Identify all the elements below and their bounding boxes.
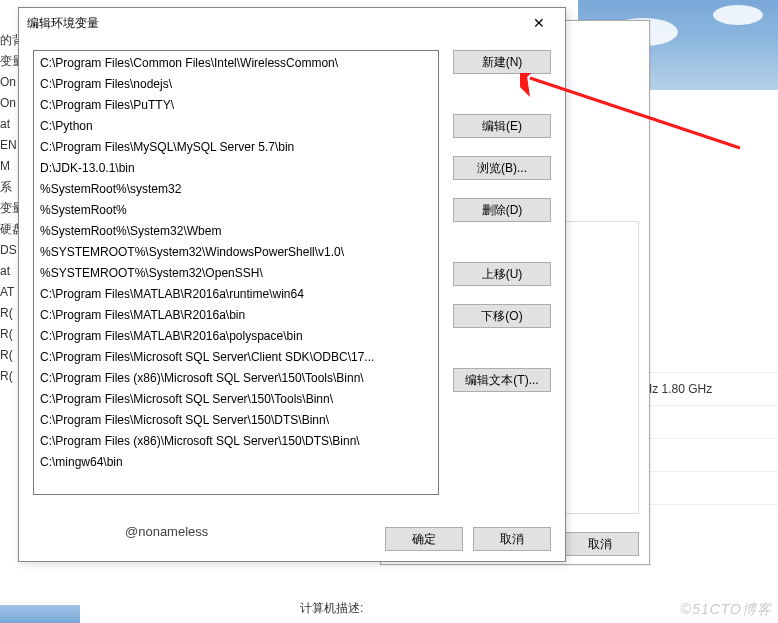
dialog-titlebar: 编辑环境变量 ✕: [19, 8, 565, 38]
path-item[interactable]: C:\Program Files\MATLAB\R2016a\polyspace…: [34, 326, 438, 347]
path-item[interactable]: C:\Program Files (x86)\Microsoft SQL Ser…: [34, 368, 438, 389]
path-item[interactable]: C:\Program Files\Microsoft SQL Server\15…: [34, 410, 438, 431]
path-item[interactable]: C:\Program Files\nodejs\: [34, 74, 438, 95]
edit-text-button[interactable]: 编辑文本(T)...: [453, 368, 551, 392]
path-item[interactable]: D:\JDK-13.0.1\bin: [34, 158, 438, 179]
path-item[interactable]: %SystemRoot%\system32: [34, 179, 438, 200]
path-item[interactable]: C:\Program Files\PuTTY\: [34, 95, 438, 116]
path-item[interactable]: C:\Program Files\MySQL\MySQL Server 5.7\…: [34, 137, 438, 158]
edit-button[interactable]: 编辑(E): [453, 114, 551, 138]
path-item[interactable]: C:\Program Files\Microsoft SQL Server\Cl…: [34, 347, 438, 368]
path-item[interactable]: C:\Program Files (x86)\Microsoft SQL Ser…: [34, 431, 438, 452]
path-item[interactable]: %SYSTEMROOT%\System32\OpenSSH\: [34, 263, 438, 284]
path-item[interactable]: C:\Program Files\Common Files\Intel\Wire…: [34, 53, 438, 74]
path-item[interactable]: %SYSTEMROOT%\System32\WindowsPowerShell\…: [34, 242, 438, 263]
edit-env-var-dialog: 编辑环境变量 ✕ C:\Program Files\Common Files\I…: [18, 7, 566, 562]
path-item[interactable]: C:\Program Files\Microsoft SQL Server\15…: [34, 389, 438, 410]
background-left-fragments: 的背变量 OnOn atEN M 系 变量硬盘 DSat ATR( R(R( R…: [0, 0, 18, 600]
watermark-site: ©51CTO博客: [681, 601, 772, 619]
move-down-button[interactable]: 下移(O): [453, 304, 551, 328]
path-item[interactable]: C:\Python: [34, 116, 438, 137]
path-item[interactable]: %SystemRoot%\System32\Wbem: [34, 221, 438, 242]
path-item[interactable]: C:\Program Files\MATLAB\R2016a\bin: [34, 305, 438, 326]
watermark-username: @nonameless: [125, 524, 208, 539]
new-button[interactable]: 新建(N): [453, 50, 551, 74]
close-icon: ✕: [533, 15, 545, 31]
dialog-title: 编辑环境变量: [27, 15, 99, 32]
path-item[interactable]: C:\Program Files\MATLAB\R2016a\runtime\w…: [34, 284, 438, 305]
parent-cancel-button[interactable]: 取消: [561, 532, 639, 556]
path-listbox[interactable]: C:\Program Files\Common Files\Intel\Wire…: [33, 50, 439, 495]
move-up-button[interactable]: 上移(U): [453, 262, 551, 286]
thumbnail-strip-fragment: [0, 605, 80, 623]
browse-button[interactable]: 浏览(B)...: [453, 156, 551, 180]
computer-description-label: 计算机描述:: [300, 600, 363, 617]
path-item[interactable]: %SystemRoot%: [34, 200, 438, 221]
delete-button[interactable]: 删除(D): [453, 198, 551, 222]
ok-button[interactable]: 确定: [385, 527, 463, 551]
side-button-column: 新建(N) 编辑(E) 浏览(B)... 删除(D) 上移(U) 下移(O) 编…: [453, 50, 551, 495]
close-button[interactable]: ✕: [521, 9, 557, 37]
cancel-button[interactable]: 取消: [473, 527, 551, 551]
path-item[interactable]: C:\mingw64\bin: [34, 452, 438, 473]
